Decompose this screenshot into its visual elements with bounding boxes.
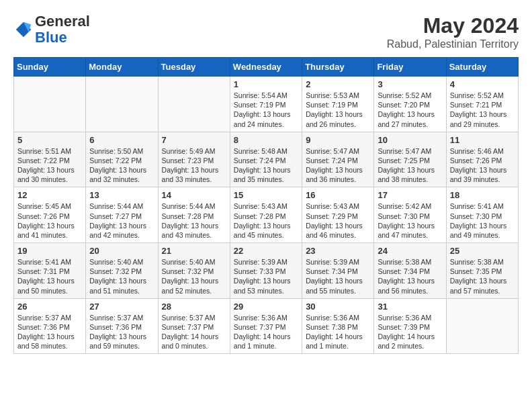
day-info: Sunrise: 5:44 AM Sunset: 7:28 PM Dayligh… — [162, 201, 226, 240]
calendar-cell: 24Sunrise: 5:38 AM Sunset: 7:34 PM Dayli… — [374, 243, 446, 299]
day-info: Sunrise: 5:43 AM Sunset: 7:28 PM Dayligh… — [234, 201, 298, 240]
calendar-cell: 5Sunrise: 5:51 AM Sunset: 7:22 PM Daylig… — [14, 132, 86, 187]
day-number: 19 — [17, 246, 82, 256]
calendar-cell: 8Sunrise: 5:48 AM Sunset: 7:24 PM Daylig… — [230, 132, 302, 187]
calendar-cell: 23Sunrise: 5:39 AM Sunset: 7:34 PM Dayli… — [302, 243, 374, 299]
day-info: Sunrise: 5:51 AM Sunset: 7:22 PM Dayligh… — [17, 146, 82, 185]
day-number: 1 — [234, 79, 298, 89]
day-number: 21 — [162, 246, 226, 256]
calendar-cell: 16Sunrise: 5:43 AM Sunset: 7:29 PM Dayli… — [302, 187, 374, 243]
day-number: 7 — [162, 135, 226, 145]
day-info: Sunrise: 5:37 AM Sunset: 7:36 PM Dayligh… — [89, 313, 154, 351]
day-number: 3 — [378, 79, 442, 89]
day-number: 5 — [17, 135, 82, 145]
calendar-cell: 19Sunrise: 5:41 AM Sunset: 7:31 PM Dayli… — [14, 243, 86, 299]
calendar-cell: 27Sunrise: 5:37 AM Sunset: 7:36 PM Dayli… — [86, 298, 158, 354]
calendar-cell: 17Sunrise: 5:42 AM Sunset: 7:30 PM Dayli… — [374, 187, 446, 243]
weekday-header-sunday: Sunday — [14, 58, 86, 77]
day-number: 15 — [234, 190, 298, 200]
day-number: 9 — [306, 135, 370, 145]
calendar-cell: 21Sunrise: 5:40 AM Sunset: 7:32 PM Dayli… — [158, 243, 230, 299]
day-info: Sunrise: 5:38 AM Sunset: 7:34 PM Dayligh… — [378, 257, 442, 295]
day-info: Sunrise: 5:36 AM Sunset: 7:38 PM Dayligh… — [306, 313, 370, 351]
day-info: Sunrise: 5:41 AM Sunset: 7:31 PM Dayligh… — [17, 257, 82, 295]
calendar-cell: 15Sunrise: 5:43 AM Sunset: 7:28 PM Dayli… — [230, 187, 302, 243]
calendar-cell: 29Sunrise: 5:36 AM Sunset: 7:37 PM Dayli… — [230, 298, 302, 354]
calendar-cell: 25Sunrise: 5:38 AM Sunset: 7:35 PM Dayli… — [446, 243, 518, 299]
calendar-cell: 4Sunrise: 5:52 AM Sunset: 7:21 PM Daylig… — [446, 77, 518, 132]
day-info: Sunrise: 5:37 AM Sunset: 7:36 PM Dayligh… — [17, 313, 82, 351]
calendar-cell — [86, 77, 158, 132]
day-number: 2 — [306, 79, 370, 89]
calendar-cell: 6Sunrise: 5:50 AM Sunset: 7:22 PM Daylig… — [86, 132, 158, 187]
day-number: 30 — [306, 302, 370, 312]
day-number: 28 — [162, 302, 226, 312]
day-info: Sunrise: 5:49 AM Sunset: 7:23 PM Dayligh… — [162, 146, 226, 185]
logo-icon — [13, 19, 34, 40]
calendar-cell: 9Sunrise: 5:47 AM Sunset: 7:24 PM Daylig… — [302, 132, 374, 187]
calendar-cell: 30Sunrise: 5:36 AM Sunset: 7:38 PM Dayli… — [302, 298, 374, 354]
day-info: Sunrise: 5:41 AM Sunset: 7:30 PM Dayligh… — [450, 201, 515, 240]
month-year: May 2024 — [387, 13, 519, 38]
day-number: 14 — [162, 190, 226, 200]
weekday-header-monday: Monday — [86, 58, 158, 77]
day-info: Sunrise: 5:52 AM Sunset: 7:20 PM Dayligh… — [378, 91, 442, 129]
week-row-1: 1Sunrise: 5:54 AM Sunset: 7:19 PM Daylig… — [14, 77, 519, 132]
day-number: 27 — [89, 302, 154, 312]
day-number: 6 — [89, 135, 154, 145]
day-info: Sunrise: 5:45 AM Sunset: 7:26 PM Dayligh… — [17, 201, 82, 240]
calendar-cell: 31Sunrise: 5:36 AM Sunset: 7:39 PM Dayli… — [374, 298, 446, 354]
day-number: 29 — [234, 302, 298, 312]
week-row-3: 12Sunrise: 5:45 AM Sunset: 7:26 PM Dayli… — [14, 187, 519, 243]
calendar-cell — [446, 298, 518, 354]
day-info: Sunrise: 5:47 AM Sunset: 7:25 PM Dayligh… — [378, 146, 442, 185]
day-info: Sunrise: 5:36 AM Sunset: 7:39 PM Dayligh… — [378, 313, 442, 351]
day-number: 31 — [378, 302, 442, 312]
calendar-cell: 14Sunrise: 5:44 AM Sunset: 7:28 PM Dayli… — [158, 187, 230, 243]
calendar-cell: 1Sunrise: 5:54 AM Sunset: 7:19 PM Daylig… — [230, 77, 302, 132]
day-info: Sunrise: 5:38 AM Sunset: 7:35 PM Dayligh… — [450, 257, 515, 295]
day-info: Sunrise: 5:44 AM Sunset: 7:27 PM Dayligh… — [89, 201, 154, 240]
day-number: 17 — [378, 190, 442, 200]
day-number: 10 — [378, 135, 442, 145]
day-info: Sunrise: 5:40 AM Sunset: 7:32 PM Dayligh… — [89, 257, 154, 295]
calendar-cell: 28Sunrise: 5:37 AM Sunset: 7:37 PM Dayli… — [158, 298, 230, 354]
day-number: 24 — [378, 246, 442, 256]
day-info: Sunrise: 5:52 AM Sunset: 7:21 PM Dayligh… — [450, 91, 515, 129]
day-info: Sunrise: 5:39 AM Sunset: 7:33 PM Dayligh… — [234, 257, 298, 295]
weekday-header-saturday: Saturday — [446, 58, 518, 77]
day-number: 8 — [234, 135, 298, 145]
day-info: Sunrise: 5:37 AM Sunset: 7:37 PM Dayligh… — [162, 313, 226, 351]
day-number: 16 — [306, 190, 370, 200]
title-block: May 2024 Rabud, Palestinian Territory — [387, 13, 519, 50]
weekday-header-tuesday: Tuesday — [158, 58, 230, 77]
calendar-cell: 22Sunrise: 5:39 AM Sunset: 7:33 PM Dayli… — [230, 243, 302, 299]
weekday-header-wednesday: Wednesday — [230, 58, 302, 77]
calendar-cell: 11Sunrise: 5:46 AM Sunset: 7:26 PM Dayli… — [446, 132, 518, 187]
calendar-cell: 13Sunrise: 5:44 AM Sunset: 7:27 PM Dayli… — [86, 187, 158, 243]
page-header: General Blue May 2024 Rabud, Palestinian… — [13, 13, 519, 50]
day-number: 12 — [17, 190, 82, 200]
day-info: Sunrise: 5:36 AM Sunset: 7:37 PM Dayligh… — [234, 313, 298, 351]
week-row-5: 26Sunrise: 5:37 AM Sunset: 7:36 PM Dayli… — [14, 298, 519, 354]
calendar-cell: 18Sunrise: 5:41 AM Sunset: 7:30 PM Dayli… — [446, 187, 518, 243]
day-number: 26 — [17, 302, 82, 312]
day-info: Sunrise: 5:53 AM Sunset: 7:19 PM Dayligh… — [306, 91, 370, 129]
week-row-4: 19Sunrise: 5:41 AM Sunset: 7:31 PM Dayli… — [14, 243, 519, 299]
day-info: Sunrise: 5:46 AM Sunset: 7:26 PM Dayligh… — [450, 146, 515, 185]
day-number: 25 — [450, 246, 515, 256]
calendar-cell: 3Sunrise: 5:52 AM Sunset: 7:20 PM Daylig… — [374, 77, 446, 132]
calendar-cell: 26Sunrise: 5:37 AM Sunset: 7:36 PM Dayli… — [14, 298, 86, 354]
day-number: 13 — [89, 190, 154, 200]
calendar-cell: 2Sunrise: 5:53 AM Sunset: 7:19 PM Daylig… — [302, 77, 374, 132]
logo-line2: Blue — [35, 30, 90, 46]
calendar-cell: 12Sunrise: 5:45 AM Sunset: 7:26 PM Dayli… — [14, 187, 86, 243]
location: Rabud, Palestinian Territory — [387, 38, 519, 50]
weekday-header-row: SundayMondayTuesdayWednesdayThursdayFrid… — [14, 58, 519, 77]
day-info: Sunrise: 5:39 AM Sunset: 7:34 PM Dayligh… — [306, 257, 370, 295]
day-info: Sunrise: 5:50 AM Sunset: 7:22 PM Dayligh… — [89, 146, 154, 185]
day-number: 20 — [89, 246, 154, 256]
day-number: 18 — [450, 190, 515, 200]
week-row-2: 5Sunrise: 5:51 AM Sunset: 7:22 PM Daylig… — [14, 132, 519, 187]
day-number: 23 — [306, 246, 370, 256]
